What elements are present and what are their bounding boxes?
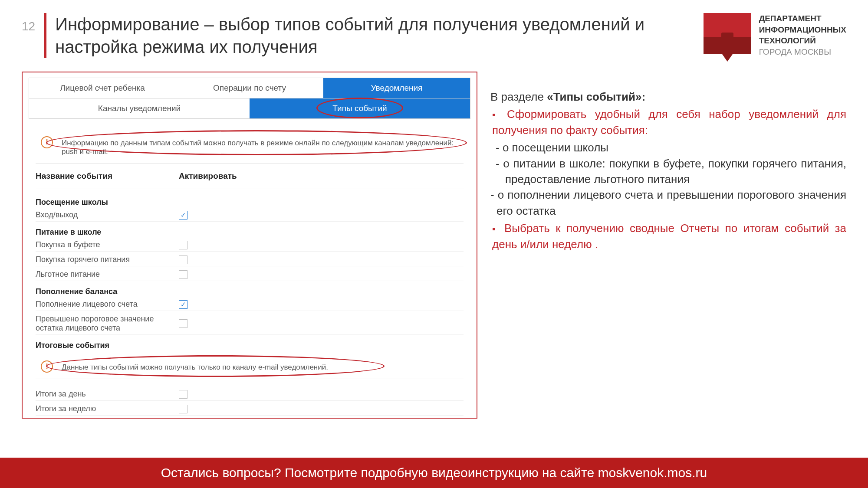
dept-logo: ДЕПАРТАМЕНТ ИНФОРМАЦИОННЫХ ТЕХНОЛОГИЙ ГО… [704, 13, 846, 63]
footer-banner: Остались вопросы? Посмотрите подробную в… [0, 458, 868, 488]
explain-lead-bold: «Типы событий»: [547, 90, 645, 103]
col-activate-header: Активировать [179, 171, 237, 181]
explain-dash-1: о посещении школы [490, 140, 846, 155]
checkbox-balance-topup[interactable]: ✓ [179, 300, 187, 309]
exclaim-icon: ! [41, 136, 53, 148]
checkbox-balance-threshold[interactable] [179, 319, 187, 328]
subtab-channels[interactable]: Каналы уведомлений [29, 98, 250, 118]
slide-title: Информирование – выбор типов событий для… [55, 13, 686, 58]
row-summary-week: Итоги за неделю [36, 403, 464, 416]
ui-screenshot-panel: Лицевой счет ребенка Операции по счету У… [22, 72, 477, 419]
checkbox-meal-benefit[interactable] [179, 270, 187, 279]
row-school-inout: Вход/выход ✓ [36, 209, 464, 222]
table-header: Название события Активировать [36, 171, 464, 189]
label-school-inout: Вход/выход [36, 210, 179, 219]
row-meal-hot: Покупка горячего питания [36, 253, 464, 266]
info-text-2: Данные типы событий можно получать тольк… [62, 363, 328, 371]
row-balance-threshold: Превышено пороговое значение остатка лиц… [36, 313, 464, 335]
logo-line4: ГОРОДА МОСКВЫ [759, 46, 846, 58]
label-summary-day: Итоги за день [36, 390, 179, 399]
label-summary-week: Итоги за неделю [36, 404, 179, 413]
checkbox-school-inout[interactable]: ✓ [179, 211, 187, 219]
tab-account[interactable]: Лицевой счет ребенка [29, 78, 176, 98]
row-summary-day: Итоги за день [36, 388, 464, 401]
section-school: Посещение школы [36, 198, 464, 207]
exclaim-icon-2: ! [41, 360, 53, 373]
label-meal-benefit: Льготное питание [36, 270, 179, 279]
explain-bullet-1: Сформировать удобный для себя набор увед… [490, 106, 846, 138]
label-meal-buffet: Покупка в буфете [36, 240, 179, 249]
page-number: 12 [22, 20, 35, 33]
tab-operations[interactable]: Операции по счету [176, 78, 323, 98]
explanation-panel: В разделе «Типы событий»: Сформировать у… [490, 72, 846, 419]
explain-dash-3: о пополнении лицевого счета и превышении… [496, 188, 846, 217]
checkbox-meal-hot[interactable] [179, 255, 187, 264]
explain-dash-2: о питании в школе: покупки в буфете, пок… [490, 156, 846, 187]
checkbox-summary-week[interactable] [179, 405, 187, 413]
sub-tabs: Каналы уведомлений Типы событий [29, 98, 470, 119]
checkbox-meal-buffet[interactable] [179, 241, 187, 249]
title-bar: Информирование – выбор типов событий для… [44, 13, 686, 58]
explain-lead-prefix: В разделе [490, 90, 547, 103]
footer-text: Остались вопросы? Посмотрите подробную в… [161, 465, 707, 480]
label-balance-topup: Пополнение лицевого счета [36, 300, 179, 309]
section-meal: Питание в школе [36, 228, 464, 237]
subtab-event-types-label: Типы событий [332, 104, 387, 113]
logo-line1: ДЕПАРТАМЕНТ [759, 13, 846, 24]
logo-icon [704, 13, 751, 63]
row-balance-topup: Пополнение лицевого счета ✓ [36, 298, 464, 311]
row-meal-benefit: Льготное питание [36, 268, 464, 281]
label-balance-threshold: Превышено пороговое значение остатка лиц… [36, 314, 179, 333]
logo-text: ДЕПАРТАМЕНТ ИНФОРМАЦИОННЫХ ТЕХНОЛОГИЙ ГО… [759, 13, 846, 58]
explain-bullet-2: Выбрать к получению сводные Отчеты по ит… [490, 220, 846, 252]
info-banner-2: ! Данные типы событий можно получать тол… [36, 356, 464, 379]
info-banner-1: ! Информацию по данным типам событий мож… [36, 132, 464, 164]
col-name-header: Название события [36, 171, 179, 181]
logo-line2: ИНФОРМАЦИОННЫХ [759, 24, 846, 36]
explain-lead: В разделе «Типы событий»: [490, 89, 846, 105]
subtab-event-types[interactable]: Типы событий [250, 98, 470, 118]
section-summary: Итоговые события [36, 341, 464, 350]
label-meal-hot: Покупка горячего питания [36, 255, 179, 264]
checkbox-summary-day[interactable] [179, 390, 187, 399]
info-text-1: Информацию по данным типам событий можно… [62, 139, 454, 156]
main-tabs: Лицевой счет ребенка Операции по счету У… [29, 78, 470, 98]
section-balance: Пополнение баланса [36, 287, 464, 296]
logo-line3: ТЕХНОЛОГИЙ [759, 35, 846, 46]
tab-notifications[interactable]: Уведомления [323, 78, 470, 98]
row-meal-buffet: Покупка в буфете [36, 239, 464, 252]
